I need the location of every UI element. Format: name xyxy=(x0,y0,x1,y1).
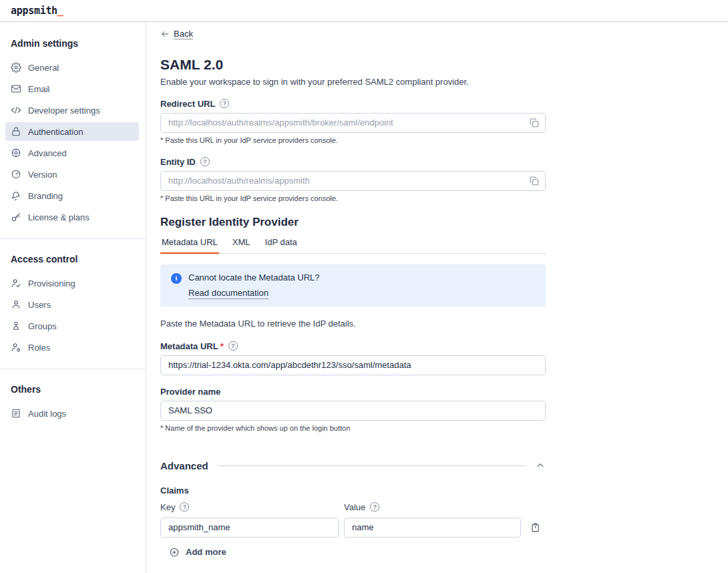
sidebar-section-title: Others xyxy=(11,384,135,395)
chevron-up-icon[interactable] xyxy=(535,460,546,471)
sidebar-item-license-plans[interactable]: License & plans xyxy=(5,208,139,226)
copy-icon[interactable] xyxy=(529,118,540,128)
add-more-button[interactable]: Add more xyxy=(169,547,226,558)
sidebar-item-branding[interactable]: Branding xyxy=(5,186,139,205)
lock-icon xyxy=(11,126,21,137)
help-icon[interactable]: ? xyxy=(228,341,238,351)
claim-value-input[interactable] xyxy=(344,518,521,538)
entity-id-input[interactable] xyxy=(160,171,546,191)
tab-xml[interactable]: XML xyxy=(231,237,252,253)
entity-id-helper: * Paste this URL in your IdP service pro… xyxy=(160,194,546,202)
logo-text: appsmith xyxy=(11,5,57,17)
add-more-label: Add more xyxy=(186,547,226,557)
required-mark: * xyxy=(220,341,224,351)
sidebar-item-label: Branding xyxy=(28,191,63,201)
register-idp-title: Register Identity Provider xyxy=(160,216,546,229)
sidebar-item-roles[interactable]: Roles xyxy=(5,338,139,357)
sidebar-item-developer-settings[interactable]: Developer settings xyxy=(5,101,139,120)
top-header: appsmith_ xyxy=(0,0,728,22)
help-icon[interactable]: ? xyxy=(200,157,210,166)
sidebar-divider xyxy=(0,238,146,239)
help-icon[interactable]: ? xyxy=(180,502,189,512)
redirect-url-label: Redirect URL xyxy=(160,99,215,109)
plus-circle-icon xyxy=(169,547,180,558)
metadata-url-input[interactable] xyxy=(160,355,546,375)
mail-icon xyxy=(11,83,21,94)
arrow-left-icon xyxy=(160,29,170,39)
register-idp-tabs: Metadata URL XML IdP data xyxy=(160,237,546,254)
provider-name-input[interactable] xyxy=(160,401,546,421)
claim-value-label: Value xyxy=(344,502,365,512)
page-subtitle: Enable your workspace to sign in with yo… xyxy=(160,77,546,87)
gear-icon xyxy=(11,62,21,73)
sidebar-item-label: Groups xyxy=(28,321,57,331)
sidebar-item-label: Developer settings xyxy=(28,106,100,116)
admin-settings-sidebar: Admin settings General Email Developer s… xyxy=(0,22,146,573)
claim-key-input[interactable] xyxy=(160,518,339,538)
advanced-section-header: Advanced xyxy=(160,460,546,471)
tab-idp-data[interactable]: IdP data xyxy=(264,237,299,253)
document-icon xyxy=(11,408,21,419)
trash-icon[interactable] xyxy=(530,522,542,534)
tab-metadata-url[interactable]: Metadata URL xyxy=(160,237,219,253)
read-documentation-link[interactable]: Read documentation xyxy=(188,288,268,298)
provider-name-helper: * Name of the provider which shows up on… xyxy=(160,424,546,432)
sidebar-item-general[interactable]: General xyxy=(5,58,139,77)
entity-id-label: Entity ID xyxy=(160,157,196,167)
logo-underscore: _ xyxy=(57,5,63,17)
sidebar-item-label: Advanced xyxy=(28,148,67,158)
sidebar-item-label: Email xyxy=(28,84,50,94)
code-icon xyxy=(11,105,21,116)
banner-message: Cannot locate the Metadata URL? xyxy=(188,272,320,282)
redirect-url-input[interactable] xyxy=(160,113,546,133)
advanced-gear-icon xyxy=(11,148,21,158)
info-icon: i xyxy=(171,273,182,284)
sidebar-item-advanced[interactable]: Advanced xyxy=(5,144,139,162)
sidebar-divider xyxy=(0,369,146,369)
user-check-icon xyxy=(11,278,21,289)
sidebar-item-label: Users xyxy=(28,300,51,310)
help-icon[interactable]: ? xyxy=(220,99,229,108)
divider xyxy=(218,465,526,466)
metadata-instruction: Paste the Metadata URL to retrieve the I… xyxy=(160,319,546,329)
sidebar-item-groups[interactable]: Groups xyxy=(5,317,139,335)
clock-icon xyxy=(11,169,21,180)
claims-label: Claims xyxy=(160,486,546,496)
key-icon xyxy=(11,212,21,222)
sidebar-item-email[interactable]: Email xyxy=(5,79,139,98)
branding-icon xyxy=(11,190,21,201)
sidebar-section-title: Admin settings xyxy=(11,38,135,49)
help-icon[interactable]: ? xyxy=(370,502,379,512)
redirect-url-helper: * Paste this URL in your IdP service pro… xyxy=(160,136,546,144)
sidebar-item-label: Authentication xyxy=(28,127,83,137)
sidebar-item-version[interactable]: Version xyxy=(5,165,139,184)
sidebar-item-users[interactable]: Users xyxy=(5,295,139,314)
sidebar-item-authentication[interactable]: Authentication xyxy=(5,122,139,141)
sidebar-item-label: Provisioning xyxy=(28,278,75,289)
page-title: SAML 2.0 xyxy=(160,57,546,73)
copy-icon[interactable] xyxy=(529,176,540,186)
sidebar-item-label: Version xyxy=(28,170,57,180)
info-banner: i Cannot locate the Metadata URL? Read d… xyxy=(160,264,546,307)
sidebar-item-label: Roles xyxy=(28,343,50,353)
back-label: Back xyxy=(174,29,193,39)
user-roles-icon xyxy=(11,342,21,353)
advanced-title: Advanced xyxy=(160,460,208,471)
user-icon xyxy=(11,299,21,310)
sidebar-item-label: Audit logs xyxy=(28,409,66,419)
sidebar-item-audit-logs[interactable]: Audit logs xyxy=(5,404,139,423)
sidebar-item-label: General xyxy=(28,63,59,73)
sidebar-item-label: License & plans xyxy=(28,212,89,222)
claim-key-label: Key xyxy=(160,502,175,512)
sidebar-item-provisioning[interactable]: Provisioning xyxy=(5,274,139,293)
claims-row: Key ? Value ? xyxy=(160,502,546,538)
sidebar-section-title: Access control xyxy=(11,254,135,264)
provider-name-label: Provider name xyxy=(160,387,220,397)
back-link[interactable]: Back xyxy=(160,29,193,39)
main-content: Back SAML 2.0 Enable your workspace to s… xyxy=(146,22,728,573)
user-group-icon xyxy=(11,321,21,331)
metadata-url-label: Metadata URL xyxy=(160,341,218,351)
appsmith-logo[interactable]: appsmith_ xyxy=(11,5,63,17)
